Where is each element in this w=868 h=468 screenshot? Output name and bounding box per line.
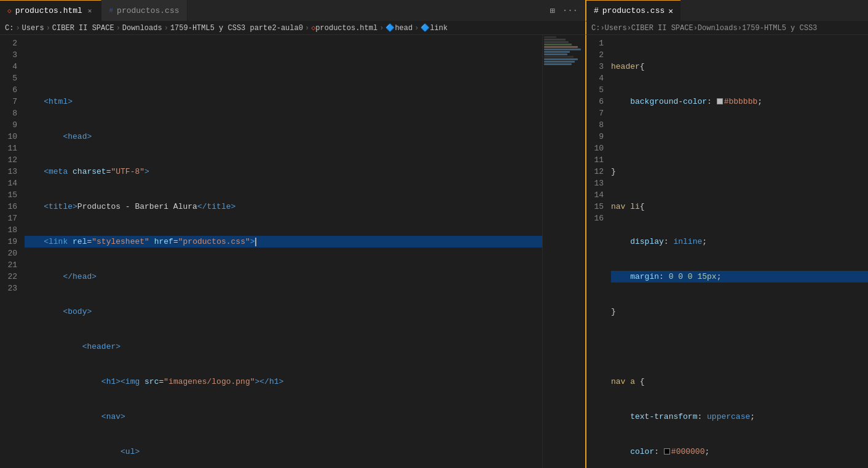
line-2 bbox=[25, 61, 542, 72]
code-area-css[interactable]: header{ background-color: #bbbbbb; } nav… bbox=[609, 35, 868, 468]
minimap-left bbox=[542, 35, 585, 468]
css-file-icon-left: # bbox=[109, 7, 113, 14]
css-line-11: text-transform: uppercase; bbox=[611, 411, 868, 423]
line-4: <head> bbox=[25, 131, 542, 142]
css-line-5: nav li{ bbox=[611, 201, 868, 213]
tab-label: productos.html bbox=[15, 6, 82, 15]
css-line-12: color: #000000; bbox=[611, 446, 868, 458]
css-line-9 bbox=[611, 341, 868, 353]
right-tab-label: productos.css bbox=[602, 6, 665, 15]
line-8: </head> bbox=[25, 271, 542, 283]
line-10: <header> bbox=[25, 341, 542, 353]
line-11: <h1><img src="imagenes/logo.png"></h1> bbox=[25, 376, 542, 388]
html-file-icon: ◇ bbox=[7, 7, 12, 15]
css-line-2: background-color: #bbbbbb; bbox=[611, 96, 868, 107]
line-12: <nav> bbox=[25, 411, 542, 423]
close-tab-html[interactable]: ✕ bbox=[86, 6, 94, 15]
line-numbers-left: 2 3 4 5 6 7 8 9 10 11 12 13 14 15 16 17 … bbox=[0, 35, 22, 468]
css-file-icon-right: # bbox=[594, 6, 599, 15]
tab-productos-html[interactable]: ◇ productos.html ✕ bbox=[0, 0, 101, 21]
more-actions-button[interactable]: ··· bbox=[560, 4, 580, 17]
tab-productos-css-left[interactable]: # productos.css bbox=[101, 0, 187, 21]
close-tab-css-right[interactable]: ✕ bbox=[668, 6, 673, 16]
line-5: <meta charset="UTF-8"> bbox=[25, 166, 542, 177]
breadcrumb-right: C: › Users › CIBER II SPACE › Downloads … bbox=[585, 21, 868, 35]
tab-spacer bbox=[187, 0, 543, 21]
css-line-3 bbox=[611, 131, 868, 142]
css-line-1: header{ bbox=[611, 61, 868, 72]
css-line-6: display: inline; bbox=[611, 236, 868, 248]
code-area-html[interactable]: <html> <head> <meta charset="UTF-8"> <ti… bbox=[22, 35, 542, 468]
css-line-8: } bbox=[611, 306, 868, 318]
line-numbers-right: 1 2 3 4 5 6 7 8 9 10 11 12 13 14 15 16 bbox=[586, 35, 609, 468]
left-tab-bar: ◇ productos.html ✕ # productos.css ⊞ ··· bbox=[0, 0, 585, 21]
tab-productos-css-right[interactable]: # productos.css ✕ bbox=[586, 0, 681, 21]
line-13: <ul> bbox=[25, 446, 542, 458]
breadcrumb-left: C: › Users › CIBER II SPACE › Downloads … bbox=[0, 21, 585, 35]
line-9: <body> bbox=[25, 306, 542, 318]
css-line-10: nav a { bbox=[611, 376, 868, 388]
line-6: <title>Productos - Barberi Alura</title> bbox=[25, 201, 542, 213]
css-line-4: } bbox=[611, 166, 868, 177]
left-editor: 2 3 4 5 6 7 8 9 10 11 12 13 14 15 16 17 … bbox=[0, 35, 585, 468]
right-tab-bar: # productos.css ✕ bbox=[585, 0, 868, 21]
css-line-7: margin: 0 0 0 15px; bbox=[611, 271, 868, 283]
tab-actions: ⊞ ··· bbox=[542, 0, 585, 21]
split-editor-button[interactable]: ⊞ bbox=[547, 4, 557, 17]
tab-label-css: productos.css bbox=[117, 6, 179, 15]
line-7: <link rel="stylesheet" href="productos.c… bbox=[25, 236, 542, 248]
right-editor: 1 2 3 4 5 6 7 8 9 10 11 12 13 14 15 16 h… bbox=[585, 35, 868, 468]
line-3: <html> bbox=[25, 96, 542, 107]
